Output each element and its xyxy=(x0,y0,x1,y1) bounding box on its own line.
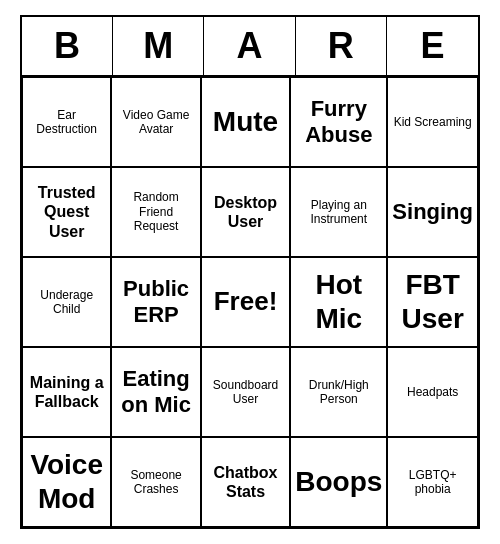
cell-text-14: FBT User xyxy=(392,268,473,335)
cell-text-24: LGBTQ+ phobia xyxy=(392,468,473,497)
bingo-cell-21[interactable]: Someone Crashes xyxy=(111,437,200,527)
bingo-card: B M A R E Ear DestructionVideo Game Avat… xyxy=(20,15,480,529)
cell-text-17: Soundboard User xyxy=(206,378,285,407)
bingo-cell-17[interactable]: Soundboard User xyxy=(201,347,290,437)
bingo-cell-8[interactable]: Playing an Instrument xyxy=(290,167,387,257)
cell-text-13: Hot Mic xyxy=(295,268,382,335)
bingo-cell-14[interactable]: FBT User xyxy=(387,257,478,347)
bingo-cell-22[interactable]: Chatbox Stats xyxy=(201,437,290,527)
cell-text-20: Voice Mod xyxy=(27,448,106,515)
bingo-grid: Ear DestructionVideo Game AvatarMuteFurr… xyxy=(22,77,478,527)
bingo-cell-5[interactable]: Trusted Quest User xyxy=(22,167,111,257)
header-r: R xyxy=(296,17,387,75)
cell-text-16: Eating on Mic xyxy=(116,366,195,419)
bingo-cell-10[interactable]: Underage Child xyxy=(22,257,111,347)
cell-text-19: Headpats xyxy=(407,385,458,399)
cell-text-5: Trusted Quest User xyxy=(27,183,106,241)
bingo-cell-16[interactable]: Eating on Mic xyxy=(111,347,200,437)
cell-text-18: Drunk/High Person xyxy=(295,378,382,407)
bingo-cell-1[interactable]: Video Game Avatar xyxy=(111,77,200,167)
bingo-cell-20[interactable]: Voice Mod xyxy=(22,437,111,527)
header-m: M xyxy=(113,17,204,75)
bingo-cell-24[interactable]: LGBTQ+ phobia xyxy=(387,437,478,527)
bingo-header: B M A R E xyxy=(22,17,478,77)
cell-text-9: Singing xyxy=(392,199,473,225)
cell-text-11: Public ERP xyxy=(116,276,195,329)
bingo-cell-15[interactable]: Maining a Fallback xyxy=(22,347,111,437)
cell-text-21: Someone Crashes xyxy=(116,468,195,497)
cell-text-0: Ear Destruction xyxy=(27,108,106,137)
cell-text-23: Boops xyxy=(295,465,382,499)
bingo-cell-11[interactable]: Public ERP xyxy=(111,257,200,347)
cell-text-8: Playing an Instrument xyxy=(295,198,382,227)
bingo-cell-12[interactable]: Free! xyxy=(201,257,290,347)
header-e: E xyxy=(387,17,478,75)
cell-text-6: Random Friend Request xyxy=(116,190,195,233)
cell-text-4: Kid Screaming xyxy=(394,115,472,129)
cell-text-10: Underage Child xyxy=(27,288,106,317)
bingo-cell-0[interactable]: Ear Destruction xyxy=(22,77,111,167)
bingo-cell-9[interactable]: Singing xyxy=(387,167,478,257)
cell-text-2: Mute xyxy=(213,105,278,139)
bingo-cell-18[interactable]: Drunk/High Person xyxy=(290,347,387,437)
bingo-cell-19[interactable]: Headpats xyxy=(387,347,478,437)
bingo-cell-7[interactable]: Desktop User xyxy=(201,167,290,257)
bingo-cell-13[interactable]: Hot Mic xyxy=(290,257,387,347)
cell-text-3: Furry Abuse xyxy=(295,96,382,149)
cell-text-15: Maining a Fallback xyxy=(27,373,106,411)
bingo-cell-2[interactable]: Mute xyxy=(201,77,290,167)
cell-text-22: Chatbox Stats xyxy=(206,463,285,501)
cell-text-12: Free! xyxy=(214,286,278,317)
cell-text-7: Desktop User xyxy=(206,193,285,231)
bingo-cell-23[interactable]: Boops xyxy=(290,437,387,527)
header-a: A xyxy=(204,17,295,75)
bingo-cell-4[interactable]: Kid Screaming xyxy=(387,77,478,167)
cell-text-1: Video Game Avatar xyxy=(116,108,195,137)
bingo-cell-6[interactable]: Random Friend Request xyxy=(111,167,200,257)
bingo-cell-3[interactable]: Furry Abuse xyxy=(290,77,387,167)
header-b: B xyxy=(22,17,113,75)
